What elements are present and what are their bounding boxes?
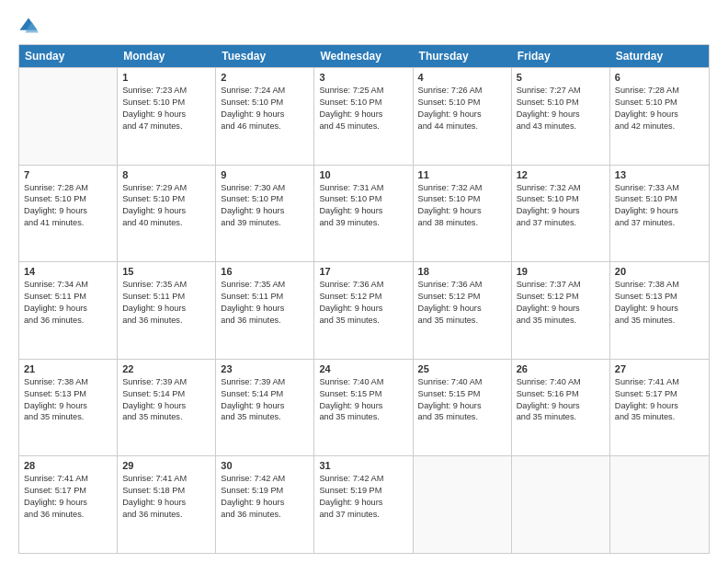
day-number: 10 (319, 169, 407, 180)
calendar-day-cell: 25Sunrise: 7:40 AM Sunset: 5:15 PM Dayli… (414, 360, 512, 456)
day-info: Sunrise: 7:32 AM Sunset: 5:10 PM Dayligh… (517, 182, 605, 230)
calendar-header-cell: Saturday (610, 45, 709, 67)
day-info: Sunrise: 7:36 AM Sunset: 5:12 PM Dayligh… (418, 279, 506, 327)
day-number: 14 (24, 266, 112, 277)
day-info: Sunrise: 7:38 AM Sunset: 5:13 PM Dayligh… (24, 376, 112, 424)
logo-icon (18, 17, 39, 37)
calendar-day-cell: 18Sunrise: 7:36 AM Sunset: 5:12 PM Dayli… (414, 262, 512, 359)
calendar-week-row: 14Sunrise: 7:34 AM Sunset: 5:11 PM Dayli… (19, 261, 709, 359)
day-number: 2 (221, 72, 309, 83)
day-info: Sunrise: 7:36 AM Sunset: 5:12 PM Dayligh… (319, 279, 407, 327)
calendar-day-cell: 8Sunrise: 7:29 AM Sunset: 5:10 PM Daylig… (118, 166, 216, 262)
calendar-day-cell (512, 456, 610, 553)
logo (18, 17, 42, 37)
day-number: 20 (615, 266, 704, 277)
day-info: Sunrise: 7:25 AM Sunset: 5:10 PM Dayligh… (319, 85, 407, 132)
calendar-day-cell (414, 456, 512, 553)
calendar-week-row: 28Sunrise: 7:41 AM Sunset: 5:17 PM Dayli… (19, 455, 709, 553)
calendar-week-row: 21Sunrise: 7:38 AM Sunset: 5:13 PM Dayli… (19, 359, 709, 456)
calendar-day-cell: 16Sunrise: 7:35 AM Sunset: 5:11 PM Dayli… (216, 262, 314, 359)
calendar-day-cell: 26Sunrise: 7:40 AM Sunset: 5:16 PM Dayli… (512, 360, 610, 456)
calendar-day-cell: 19Sunrise: 7:37 AM Sunset: 5:12 PM Dayli… (512, 262, 610, 359)
day-info: Sunrise: 7:39 AM Sunset: 5:14 PM Dayligh… (122, 376, 210, 424)
day-info: Sunrise: 7:34 AM Sunset: 5:11 PM Dayligh… (24, 279, 112, 327)
day-number: 11 (418, 169, 506, 180)
day-info: Sunrise: 7:41 AM Sunset: 5:18 PM Dayligh… (122, 473, 210, 521)
day-number: 24 (319, 363, 407, 374)
day-number: 12 (517, 169, 605, 180)
calendar-day-cell: 5Sunrise: 7:27 AM Sunset: 5:10 PM Daylig… (512, 68, 610, 165)
day-number: 5 (517, 72, 605, 83)
calendar-header-cell: Wednesday (314, 45, 413, 67)
calendar-day-cell: 31Sunrise: 7:42 AM Sunset: 5:19 PM Dayli… (314, 456, 413, 553)
day-info: Sunrise: 7:33 AM Sunset: 5:10 PM Dayligh… (615, 182, 704, 230)
day-number: 7 (24, 169, 112, 180)
calendar-day-cell: 3Sunrise: 7:25 AM Sunset: 5:10 PM Daylig… (314, 68, 413, 165)
calendar-day-cell: 12Sunrise: 7:32 AM Sunset: 5:10 PM Dayli… (512, 166, 610, 262)
calendar-header-cell: Thursday (414, 45, 512, 67)
day-number: 15 (122, 266, 210, 277)
day-number: 30 (221, 460, 309, 471)
calendar-day-cell: 23Sunrise: 7:39 AM Sunset: 5:14 PM Dayli… (216, 360, 314, 456)
day-info: Sunrise: 7:42 AM Sunset: 5:19 PM Dayligh… (319, 473, 407, 521)
day-info: Sunrise: 7:28 AM Sunset: 5:10 PM Dayligh… (24, 182, 112, 230)
day-number: 16 (221, 266, 309, 277)
calendar-header-cell: Friday (512, 45, 610, 67)
day-info: Sunrise: 7:41 AM Sunset: 5:17 PM Dayligh… (615, 376, 704, 424)
calendar-day-cell (610, 456, 709, 553)
day-info: Sunrise: 7:40 AM Sunset: 5:16 PM Dayligh… (517, 376, 605, 424)
day-info: Sunrise: 7:40 AM Sunset: 5:15 PM Dayligh… (418, 376, 506, 424)
day-number: 6 (615, 72, 704, 83)
header (18, 17, 710, 37)
calendar-day-cell: 1Sunrise: 7:23 AM Sunset: 5:10 PM Daylig… (118, 68, 216, 165)
day-info: Sunrise: 7:29 AM Sunset: 5:10 PM Dayligh… (122, 182, 210, 230)
day-info: Sunrise: 7:42 AM Sunset: 5:19 PM Dayligh… (221, 473, 309, 521)
calendar-day-cell: 21Sunrise: 7:38 AM Sunset: 5:13 PM Dayli… (19, 360, 118, 456)
calendar-body: 1Sunrise: 7:23 AM Sunset: 5:10 PM Daylig… (19, 67, 709, 553)
day-number: 22 (122, 363, 210, 374)
day-info: Sunrise: 7:37 AM Sunset: 5:12 PM Dayligh… (517, 279, 605, 327)
day-number: 29 (122, 460, 210, 471)
day-number: 9 (221, 169, 309, 180)
calendar-week-row: 1Sunrise: 7:23 AM Sunset: 5:10 PM Daylig… (19, 67, 709, 165)
day-info: Sunrise: 7:41 AM Sunset: 5:17 PM Dayligh… (24, 473, 112, 521)
day-info: Sunrise: 7:31 AM Sunset: 5:10 PM Dayligh… (319, 182, 407, 230)
day-number: 3 (319, 72, 407, 83)
day-info: Sunrise: 7:27 AM Sunset: 5:10 PM Dayligh… (517, 85, 605, 132)
day-info: Sunrise: 7:35 AM Sunset: 5:11 PM Dayligh… (122, 279, 210, 327)
day-number: 25 (418, 363, 506, 374)
calendar-day-cell: 20Sunrise: 7:38 AM Sunset: 5:13 PM Dayli… (610, 262, 709, 359)
calendar-day-cell: 7Sunrise: 7:28 AM Sunset: 5:10 PM Daylig… (19, 166, 118, 262)
day-info: Sunrise: 7:35 AM Sunset: 5:11 PM Dayligh… (221, 279, 309, 327)
day-number: 13 (615, 169, 704, 180)
calendar-day-cell: 10Sunrise: 7:31 AM Sunset: 5:10 PM Dayli… (314, 166, 413, 262)
calendar: SundayMondayTuesdayWednesdayThursdayFrid… (18, 44, 710, 554)
calendar-week-row: 7Sunrise: 7:28 AM Sunset: 5:10 PM Daylig… (19, 165, 709, 262)
calendar-day-cell: 28Sunrise: 7:41 AM Sunset: 5:17 PM Dayli… (19, 456, 118, 553)
calendar-day-cell: 27Sunrise: 7:41 AM Sunset: 5:17 PM Dayli… (610, 360, 709, 456)
day-number: 8 (122, 169, 210, 180)
day-number: 27 (615, 363, 704, 374)
calendar-header-cell: Monday (118, 45, 216, 67)
calendar-day-cell: 22Sunrise: 7:39 AM Sunset: 5:14 PM Dayli… (118, 360, 216, 456)
calendar-header: SundayMondayTuesdayWednesdayThursdayFrid… (19, 45, 709, 67)
calendar-day-cell: 13Sunrise: 7:33 AM Sunset: 5:10 PM Dayli… (610, 166, 709, 262)
day-number: 21 (24, 363, 112, 374)
day-info: Sunrise: 7:23 AM Sunset: 5:10 PM Dayligh… (122, 85, 210, 132)
calendar-day-cell: 9Sunrise: 7:30 AM Sunset: 5:10 PM Daylig… (216, 166, 314, 262)
calendar-day-cell: 29Sunrise: 7:41 AM Sunset: 5:18 PM Dayli… (118, 456, 216, 553)
calendar-day-cell: 6Sunrise: 7:28 AM Sunset: 5:10 PM Daylig… (610, 68, 709, 165)
day-info: Sunrise: 7:26 AM Sunset: 5:10 PM Dayligh… (418, 85, 506, 132)
day-info: Sunrise: 7:32 AM Sunset: 5:10 PM Dayligh… (418, 182, 506, 230)
day-info: Sunrise: 7:38 AM Sunset: 5:13 PM Dayligh… (615, 279, 704, 327)
day-number: 31 (319, 460, 407, 471)
calendar-day-cell: 30Sunrise: 7:42 AM Sunset: 5:19 PM Dayli… (216, 456, 314, 553)
day-number: 1 (122, 72, 210, 83)
day-info: Sunrise: 7:28 AM Sunset: 5:10 PM Dayligh… (615, 85, 704, 132)
day-info: Sunrise: 7:39 AM Sunset: 5:14 PM Dayligh… (221, 376, 309, 424)
calendar-day-cell: 15Sunrise: 7:35 AM Sunset: 5:11 PM Dayli… (118, 262, 216, 359)
day-number: 18 (418, 266, 506, 277)
day-info: Sunrise: 7:40 AM Sunset: 5:15 PM Dayligh… (319, 376, 407, 424)
calendar-header-cell: Sunday (19, 45, 118, 67)
calendar-day-cell: 24Sunrise: 7:40 AM Sunset: 5:15 PM Dayli… (314, 360, 413, 456)
